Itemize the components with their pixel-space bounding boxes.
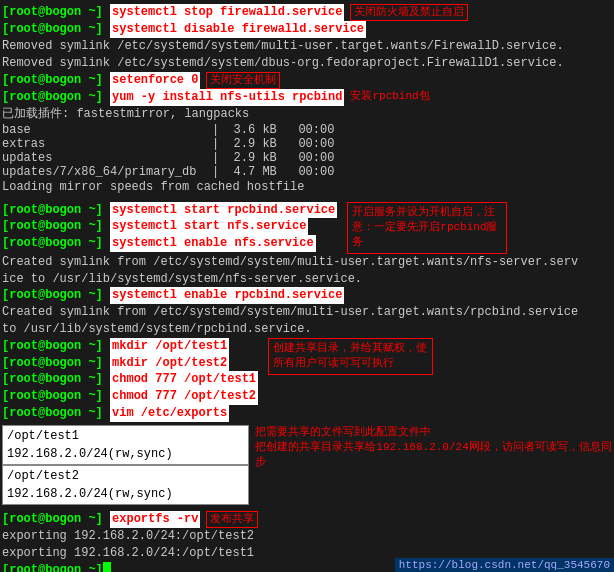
repo-updates: updates <box>2 151 212 165</box>
prompt-exportfs: [root@bogon ~] <box>2 511 103 528</box>
cmd-1: systemctl stop firewalld.service <box>110 4 344 21</box>
prompt-mkdir2: [root@bogon ~] <box>2 355 103 372</box>
table-row-extras: extras | 2.9 kB 00:00 <box>2 137 612 151</box>
exports-line2: /opt/test2 192.168.2.0/24(rw,sync) <box>2 465 249 505</box>
exporting-test2: exporting 192.168.2.0/24:/opt/test2 <box>2 528 254 545</box>
exports-block: /opt/test1 192.168.2.0/24(rw,sync) /opt/… <box>2 425 612 505</box>
repo-primary-db: updates/7/x86_64/primary_db <box>2 165 212 179</box>
removed-symlink-2: Removed symlink /etc/systemd/system/dbus… <box>2 55 564 72</box>
cmd-mkdir-test2: mkdir /opt/test2 <box>110 355 229 372</box>
cmd-chmod-test2: chmod 777 /opt/test2 <box>110 388 258 405</box>
cmd-vim: vim /etc/exports <box>110 405 229 422</box>
services-cmds: [root@bogon ~] systemctl start rpcbind.s… <box>2 202 337 252</box>
cmd-yum: yum -y install nfs-utils rpcbind <box>110 89 344 106</box>
prompt-nfs-enable: [root@bogon ~] <box>2 235 103 252</box>
mkdir-cmds: [root@bogon ~] mkdir /opt/test1 [root@bo… <box>2 338 258 422</box>
cmd-nfs-enable: systemctl enable nfs.service <box>110 235 316 252</box>
symlink-nfs-text: Created symlink from /etc/systemd/system… <box>2 254 578 271</box>
line-1: [root@bogon ~] systemctl stop firewalld.… <box>2 4 612 21</box>
cmd-chmod-test1: chmod 777 /opt/test1 <box>110 371 258 388</box>
annotation-services: 开启服务并设为开机自启，注意：一定要先开启rpcbind服务 <box>347 202 507 254</box>
cursor <box>103 562 111 572</box>
repo-base: base <box>2 123 212 137</box>
annotation-yum: 安装rpcbind包 <box>350 89 429 104</box>
line-nfs-enable: [root@bogon ~] systemctl enable nfs.serv… <box>2 235 337 252</box>
line-exporting-1: exporting 192.168.2.0/24:/opt/test2 <box>2 528 612 545</box>
line-symlink-rpcbind: Created symlink from /etc/systemd/system… <box>2 304 612 321</box>
line-mirror: Loading mirror speeds from cached hostfi… <box>2 179 612 196</box>
annotation-setenforce: 关闭安全机制 <box>206 72 280 89</box>
annotation-exportfs: 发布共享 <box>206 511 258 528</box>
cmd-setenforce: setenforce 0 <box>110 72 200 89</box>
line-symlink-rpcbind-2: to /usr/lib/systemd/system/rpcbind.servi… <box>2 321 612 338</box>
annotation-mkdir: 创建共享目录，并给其赋权，使所有用户可读可写可执行 <box>268 338 433 375</box>
services-block: [root@bogon ~] systemctl start rpcbind.s… <box>2 202 612 254</box>
line-3: Removed symlink /etc/systemd/system/mult… <box>2 38 612 55</box>
line-symlink-nfs: Created symlink from /etc/systemd/system… <box>2 254 612 271</box>
line-6: [root@bogon ~] yum -y install nfs-utils … <box>2 89 612 106</box>
line-2: [root@bogon ~] systemctl disable firewal… <box>2 21 612 38</box>
prompt-5: [root@bogon ~] <box>2 72 103 89</box>
prompt-6: [root@bogon ~] <box>2 89 103 106</box>
prompt-chmod1: [root@bogon ~] <box>2 371 103 388</box>
mkdir-block: [root@bogon ~] mkdir /opt/test1 [root@bo… <box>2 338 612 422</box>
line-mkdir-test1: [root@bogon ~] mkdir /opt/test1 <box>2 338 258 355</box>
cmd-exportfs: exportfs -rv <box>110 511 200 528</box>
line-nfs-start: [root@bogon ~] systemctl start nfs.servi… <box>2 218 337 235</box>
line-5: [root@bogon ~] setenforce 0 关闭安全机制 <box>2 72 612 89</box>
line-rpcbind-enable: [root@bogon ~] systemctl enable rpcbind.… <box>2 287 612 304</box>
line-chmod-test1: [root@bogon ~] chmod 777 /opt/test1 <box>2 371 258 388</box>
cmd-mkdir-test1: mkdir /opt/test1 <box>110 338 229 355</box>
prompt-nfs-start: [root@bogon ~] <box>2 218 103 235</box>
line-7: 已加载插件: fastestmirror, langpacks <box>2 106 612 123</box>
line-mkdir-test2: [root@bogon ~] mkdir /opt/test2 <box>2 355 258 372</box>
annotation-1: 关闭防火墙及禁止自启 <box>350 4 468 21</box>
cmd-2: systemctl disable firewalld.service <box>110 21 366 38</box>
prompt-rpcbind: [root@bogon ~] <box>2 202 103 219</box>
cmd-nfs-start: systemctl start nfs.service <box>110 218 308 235</box>
prompt-chmod2: [root@bogon ~] <box>2 388 103 405</box>
prompt-2: [root@bogon ~] <box>2 21 103 38</box>
line-symlink-nfs-2: ice to /usr/lib/systemd/system/nfs-serve… <box>2 271 612 288</box>
line-chmod-test2: [root@bogon ~] chmod 777 /opt/test2 <box>2 388 258 405</box>
line-rpcbind-start: [root@bogon ~] systemctl start rpcbind.s… <box>2 202 337 219</box>
cmd-rpcbind-start: systemctl start rpcbind.service <box>110 202 337 219</box>
line-vim-exports: [root@bogon ~] vim /etc/exports <box>2 405 258 422</box>
exports-annotations: 把需要共享的文件写到此配置文件中 把创建的共享目录共享给192.168.2.0/… <box>255 425 612 471</box>
line-4: Removed symlink /etc/systemd/system/dbus… <box>2 55 612 72</box>
prompt-vim: [root@bogon ~] <box>2 405 103 422</box>
cmd-rpcbind-enable: systemctl enable rpcbind.service <box>110 287 344 304</box>
table-row-updates: updates | 2.9 kB 00:00 <box>2 151 612 165</box>
prompt-mkdir1: [root@bogon ~] <box>2 338 103 355</box>
exporting-test1: exporting 192.168.2.0/24:/opt/test1 <box>2 545 254 562</box>
exports-line1: /opt/test1 192.168.2.0/24(rw,sync) <box>2 425 249 465</box>
removed-symlink-1: Removed symlink /etc/systemd/system/mult… <box>2 38 564 55</box>
repo-extras: extras <box>2 137 212 151</box>
url-bar: https://blog.csdn.net/qq_3545670 <box>395 558 614 572</box>
table-row-base: base | 3.6 kB 00:00 <box>2 123 612 137</box>
mirror-text: Loading mirror speeds from cached hostfi… <box>2 179 304 196</box>
line-exportfs: [root@bogon ~] exportfs -rv 发布共享 <box>2 511 612 528</box>
prompt-1: [root@bogon ~] <box>2 4 103 21</box>
annotation-exports-2: 把创建的共享目录共享给192.168.2.0/24网段，访问者可读写，信息同步 <box>255 440 612 471</box>
prompt-final: [root@bogon ~] <box>2 562 103 572</box>
symlink-rpcbind-text: Created symlink from /etc/systemd/system… <box>2 304 578 321</box>
annotation-exports-1: 把需要共享的文件写到此配置文件中 <box>255 425 612 440</box>
prompt-rpcbind-enable: [root@bogon ~] <box>2 287 103 304</box>
plugin-text: 已加载插件: fastestmirror, langpacks <box>2 106 249 123</box>
terminal: [root@bogon ~] systemctl stop firewalld.… <box>0 0 614 572</box>
exports-content: /opt/test1 192.168.2.0/24(rw,sync) /opt/… <box>2 425 249 505</box>
table-row-primary-db: updates/7/x86_64/primary_db | 4.7 MB 00:… <box>2 165 612 179</box>
